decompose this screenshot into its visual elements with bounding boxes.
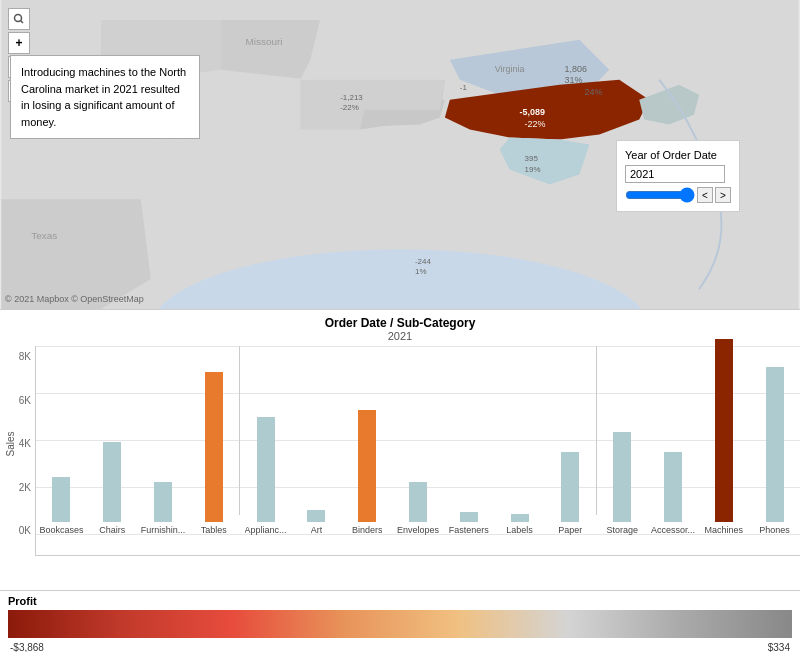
category-label: Envelopes xyxy=(397,525,439,535)
bar-group-fasteners: Fasteners xyxy=(443,337,494,535)
y-axis: Sales 8K 6K 4K 2K 0K xyxy=(0,346,35,556)
bar[interactable] xyxy=(154,482,172,522)
bar-group-bookcases: Bookcases xyxy=(36,337,87,535)
bar-group-envelopes: Envelopes xyxy=(393,337,444,535)
profit-bar xyxy=(8,610,792,638)
year-prev-button[interactable]: < xyxy=(697,187,713,203)
bar-group-applianc---: Applianc... xyxy=(240,337,291,535)
svg-line-33 xyxy=(21,21,24,24)
tooltip-text: Introducing machines to the North Caroli… xyxy=(21,66,186,128)
category-label: Labels xyxy=(506,525,533,535)
svg-marker-20 xyxy=(1,199,151,309)
bar-group-furnishin---: Furnishin... xyxy=(138,337,189,535)
bar[interactable] xyxy=(460,512,478,522)
bar-group-accessor---: Accessor... xyxy=(648,337,699,535)
category-label: Chairs xyxy=(99,525,125,535)
category-label: Bookcases xyxy=(39,525,83,535)
bar[interactable] xyxy=(307,510,325,522)
bar[interactable] xyxy=(561,452,579,522)
bar-group-storage: Storage xyxy=(597,337,648,535)
svg-text:-22%: -22% xyxy=(525,119,546,129)
svg-text:19%: 19% xyxy=(525,165,541,174)
category-label: Fasteners xyxy=(449,525,489,535)
svg-text:Texas: Texas xyxy=(31,230,57,241)
svg-text:-22%: -22% xyxy=(340,103,359,112)
bar-group-phones: Phones xyxy=(749,337,800,535)
bar-group-paper: Paper xyxy=(545,337,596,535)
y-label-0k: 0K xyxy=(19,525,31,536)
profit-min-label: -$3,868 xyxy=(10,642,44,652)
bar[interactable] xyxy=(205,372,223,522)
category-label: Phones xyxy=(759,525,790,535)
category-label: Paper xyxy=(558,525,582,535)
bars-container: BookcasesChairsFurnishin...TablesApplian… xyxy=(35,346,800,556)
search-button[interactable] xyxy=(8,8,30,30)
chart-title: Order Date / Sub-Category xyxy=(0,310,800,330)
bar-group-labels: Labels xyxy=(494,337,545,535)
bar[interactable] xyxy=(52,477,70,522)
year-slider[interactable] xyxy=(625,187,695,203)
profit-bar-wrap: -$3,868 $334 xyxy=(8,610,792,640)
chart-area: Sales 8K 6K 4K 2K 0K BookcasesChairsFurn… xyxy=(0,346,800,556)
profit-max-label: $334 xyxy=(768,642,790,652)
map-tooltip: Introducing machines to the North Caroli… xyxy=(10,55,200,139)
svg-text:Virginia: Virginia xyxy=(495,64,525,74)
bar[interactable] xyxy=(613,432,631,522)
category-label: Tables xyxy=(201,525,227,535)
svg-point-32 xyxy=(15,15,22,22)
bar[interactable] xyxy=(358,410,376,522)
y-label-8k: 8K xyxy=(19,351,31,362)
category-label: Art xyxy=(311,525,323,535)
year-filter-title: Year of Order Date xyxy=(625,149,731,161)
bar[interactable] xyxy=(664,452,682,522)
svg-text:-5,089: -5,089 xyxy=(520,107,545,117)
svg-marker-26 xyxy=(300,80,445,110)
y-label-2k: 2K xyxy=(19,482,31,493)
y-label-4k: 4K xyxy=(19,438,31,449)
category-label: Furnishin... xyxy=(141,525,186,535)
bar[interactable] xyxy=(103,442,121,522)
map-section: Kansas Missouri Virginia -5,089 -22% 395… xyxy=(0,0,800,310)
category-label: Storage xyxy=(606,525,638,535)
bar[interactable] xyxy=(257,417,275,522)
year-next-button[interactable]: > xyxy=(715,187,731,203)
y-label-6k: 6K xyxy=(19,395,31,406)
bar-group-machines: Machines xyxy=(698,337,749,535)
bar[interactable] xyxy=(409,482,427,522)
bar[interactable] xyxy=(715,339,733,522)
svg-text:-1,213: -1,213 xyxy=(340,93,363,102)
bar[interactable] xyxy=(511,514,529,522)
svg-marker-22 xyxy=(211,70,311,140)
profit-label: Profit xyxy=(8,595,792,607)
svg-text:395: 395 xyxy=(525,154,539,163)
svg-text:-244: -244 xyxy=(415,257,432,266)
category-label: Binders xyxy=(352,525,383,535)
chart-section: Order Date / Sub-Category 2021 Sales 8K … xyxy=(0,310,800,590)
category-label: Accessor... xyxy=(651,525,695,535)
profit-section: Profit -$3,868 $334 xyxy=(0,590,800,652)
svg-text:-1: -1 xyxy=(460,83,468,92)
bar[interactable] xyxy=(766,367,784,522)
category-label: Machines xyxy=(704,525,743,535)
year-slider-row: < > xyxy=(625,187,731,203)
year-filter: Year of Order Date < > xyxy=(616,140,740,212)
bar-group-tables: Tables xyxy=(188,337,239,535)
zoom-in-button[interactable]: + xyxy=(8,32,30,54)
category-label: Applianc... xyxy=(245,525,287,535)
bar-group-binders: Binders xyxy=(342,337,393,535)
bar-group-art: Art xyxy=(291,337,342,535)
bar-group-chairs: Chairs xyxy=(87,337,138,535)
svg-text:31%: 31% xyxy=(564,75,582,85)
map-copyright: © 2021 Mapbox © OpenStreetMap xyxy=(5,294,144,304)
sales-axis-label: Sales xyxy=(5,431,16,456)
svg-text:1,806: 1,806 xyxy=(564,64,586,74)
year-input[interactable] xyxy=(625,165,725,183)
svg-text:24%: 24% xyxy=(584,87,602,97)
svg-text:1%: 1% xyxy=(415,267,427,276)
svg-text:Missouri: Missouri xyxy=(246,36,283,47)
